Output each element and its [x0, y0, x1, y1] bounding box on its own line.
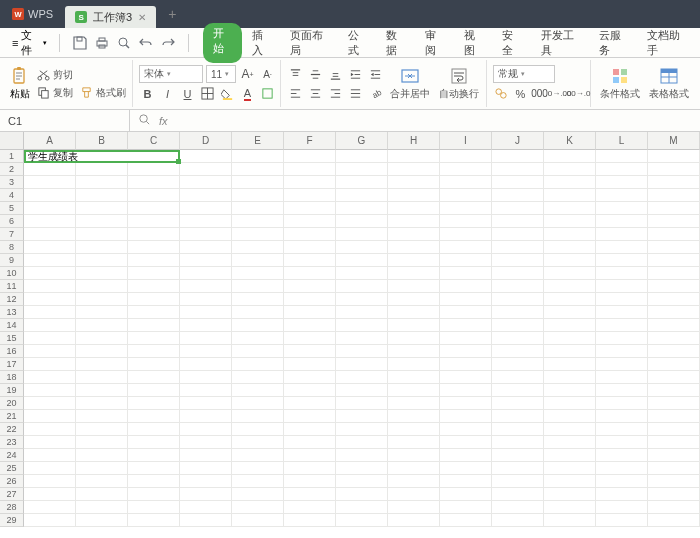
cell[interactable]	[76, 410, 128, 423]
cell[interactable]	[232, 319, 284, 332]
row-header[interactable]: 22	[0, 423, 24, 436]
cell[interactable]	[492, 150, 544, 163]
cell[interactable]	[76, 319, 128, 332]
row-header[interactable]: 9	[0, 254, 24, 267]
cell[interactable]	[336, 358, 388, 371]
cell[interactable]	[284, 332, 336, 345]
cell[interactable]	[24, 410, 76, 423]
cell[interactable]	[596, 241, 648, 254]
cell[interactable]	[544, 514, 596, 527]
cell[interactable]	[388, 449, 440, 462]
column-header[interactable]: G	[336, 132, 388, 150]
cell[interactable]	[388, 202, 440, 215]
cell[interactable]	[544, 475, 596, 488]
cell[interactable]	[544, 293, 596, 306]
font-color-button[interactable]: A	[239, 85, 256, 102]
cell[interactable]	[76, 501, 128, 514]
cell[interactable]	[492, 163, 544, 176]
cell[interactable]	[596, 514, 648, 527]
merge-center-button[interactable]: 合并居中	[387, 64, 433, 103]
cell[interactable]	[336, 436, 388, 449]
increase-indent-button[interactable]	[347, 66, 364, 83]
cell[interactable]	[336, 501, 388, 514]
cell[interactable]	[648, 150, 700, 163]
cell[interactable]	[128, 488, 180, 501]
format-painter-button[interactable]: 格式刷	[78, 85, 128, 101]
cell[interactable]	[24, 254, 76, 267]
cell[interactable]	[24, 384, 76, 397]
cell[interactable]	[440, 163, 492, 176]
cell[interactable]	[648, 436, 700, 449]
cell[interactable]	[596, 202, 648, 215]
cell[interactable]	[232, 254, 284, 267]
cell[interactable]	[388, 150, 440, 163]
cell[interactable]	[492, 410, 544, 423]
cell[interactable]	[492, 254, 544, 267]
column-header[interactable]: K	[544, 132, 596, 150]
cell[interactable]	[76, 449, 128, 462]
cell[interactable]	[180, 280, 232, 293]
row-header[interactable]: 1	[0, 150, 24, 163]
cell[interactable]	[232, 280, 284, 293]
cell[interactable]	[128, 280, 180, 293]
cell[interactable]	[492, 436, 544, 449]
column-header[interactable]: A	[24, 132, 76, 150]
cell[interactable]	[388, 280, 440, 293]
cell[interactable]	[24, 436, 76, 449]
cell[interactable]	[128, 358, 180, 371]
cell[interactable]	[180, 371, 232, 384]
cell[interactable]	[388, 371, 440, 384]
cell[interactable]	[336, 163, 388, 176]
cell[interactable]	[284, 488, 336, 501]
cell[interactable]	[24, 423, 76, 436]
cell[interactable]	[336, 293, 388, 306]
cell[interactable]	[180, 449, 232, 462]
cell[interactable]	[596, 306, 648, 319]
conditional-format-button[interactable]: 条件格式	[597, 64, 643, 103]
cell[interactable]	[180, 267, 232, 280]
cell[interactable]	[128, 501, 180, 514]
cell[interactable]	[180, 345, 232, 358]
cell[interactable]	[232, 267, 284, 280]
cell[interactable]	[128, 410, 180, 423]
cell[interactable]	[492, 241, 544, 254]
cell[interactable]	[128, 371, 180, 384]
cell[interactable]	[232, 241, 284, 254]
cell[interactable]	[492, 358, 544, 371]
cell[interactable]	[24, 332, 76, 345]
cell[interactable]	[440, 371, 492, 384]
fill-color-button[interactable]	[219, 85, 236, 102]
cell[interactable]	[492, 280, 544, 293]
orientation-button[interactable]: ab	[367, 85, 384, 102]
print-icon[interactable]	[94, 35, 110, 51]
align-center-button[interactable]	[307, 85, 324, 102]
cell[interactable]	[284, 319, 336, 332]
row-header[interactable]: 8	[0, 241, 24, 254]
cut-button[interactable]: 剪切	[35, 67, 128, 83]
cell[interactable]	[128, 189, 180, 202]
cell[interactable]	[544, 306, 596, 319]
cell[interactable]	[128, 475, 180, 488]
cell[interactable]	[388, 332, 440, 345]
cell[interactable]	[544, 319, 596, 332]
border-button[interactable]	[199, 85, 216, 102]
cell[interactable]	[596, 475, 648, 488]
cell[interactable]	[284, 202, 336, 215]
cell[interactable]	[24, 228, 76, 241]
cell[interactable]	[492, 306, 544, 319]
font-size-dropdown[interactable]: 11▾	[206, 65, 236, 83]
cell[interactable]	[76, 293, 128, 306]
cell[interactable]	[648, 319, 700, 332]
cell[interactable]	[180, 241, 232, 254]
cell[interactable]	[648, 293, 700, 306]
cell[interactable]	[24, 189, 76, 202]
cell[interactable]	[284, 163, 336, 176]
cell[interactable]	[336, 254, 388, 267]
cell[interactable]	[284, 241, 336, 254]
cell[interactable]	[24, 449, 76, 462]
cell[interactable]	[76, 163, 128, 176]
cell[interactable]	[596, 436, 648, 449]
cell[interactable]	[648, 332, 700, 345]
cell[interactable]	[76, 345, 128, 358]
row-header[interactable]: 16	[0, 345, 24, 358]
